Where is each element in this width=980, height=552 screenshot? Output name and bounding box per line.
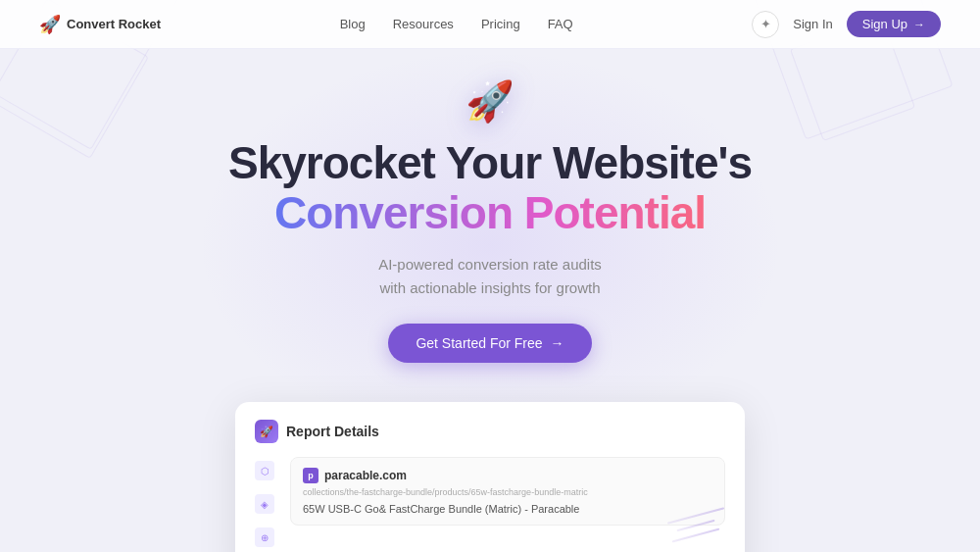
report-content: ⬡ ◈ ⊕ p paracable.com collections/the-fa…	[255, 457, 725, 547]
sidebar-icon-2: ◈	[255, 494, 274, 514]
url-path: collections/the-fastcharge-bundle/produc…	[303, 487, 712, 497]
logo[interactable]: 🚀 Convert Rocket	[39, 14, 161, 35]
sidebar-icons: ⬡ ◈ ⊕	[255, 457, 274, 547]
hero-title-line2: Conversion Potential	[228, 188, 752, 238]
sign-up-label: Sign Up	[862, 17, 907, 31]
hero-rocket-icon: 🚀	[466, 78, 514, 125]
logo-icon: 🚀	[39, 14, 61, 35]
nav-faq[interactable]: FAQ	[548, 17, 573, 31]
nav-resources[interactable]: Resources	[393, 17, 454, 31]
hero-title-line1: Skyrocket Your Website's	[228, 138, 752, 188]
sign-up-button[interactable]: Sign Up →	[847, 11, 941, 37]
cta-button[interactable]: Get Started For Free →	[388, 324, 591, 363]
report-title: Report Details	[286, 424, 379, 439]
url-p-icon: p	[303, 468, 318, 483]
hero-subtitle: AI-powered conversion rate audits with a…	[378, 253, 602, 300]
logo-text: Convert Rocket	[67, 17, 161, 31]
sign-up-arrow: →	[913, 18, 925, 31]
sun-icon: ✦	[760, 17, 771, 31]
dashboard-preview: 🚀 Report Details ⬡ ◈ ⊕ p paracable.com c…	[235, 402, 745, 552]
nav-blog[interactable]: Blog	[340, 17, 366, 31]
decoration	[647, 505, 725, 552]
sign-in-button[interactable]: Sign In	[793, 17, 832, 31]
nav-actions: ✦ Sign In Sign Up →	[752, 11, 941, 38]
nav-pricing[interactable]: Pricing	[481, 17, 520, 31]
url-card-header: p paracable.com	[303, 468, 712, 483]
report-icon: 🚀	[255, 420, 278, 443]
nav-links: Blog Resources Pricing FAQ	[340, 17, 573, 31]
report-header: 🚀 Report Details	[255, 420, 725, 443]
cta-arrow-icon: →	[551, 335, 564, 351]
hero-section: 🚀 Skyrocket Your Website's Conversion Po…	[0, 49, 980, 402]
navbar: 🚀 Convert Rocket Blog Resources Pricing …	[0, 0, 980, 49]
theme-toggle-button[interactable]: ✦	[752, 11, 779, 38]
sidebar-icon-3: ⊕	[255, 527, 274, 547]
cta-label: Get Started For Free	[416, 335, 542, 351]
sidebar-icon-1: ⬡	[255, 461, 274, 480]
url-domain: paracable.com	[324, 469, 407, 482]
